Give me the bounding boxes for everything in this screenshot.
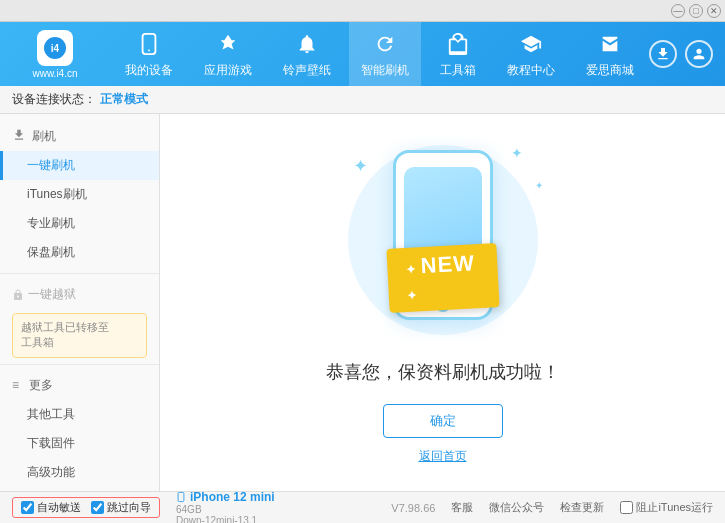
nav-ringtone-label: 铃声壁纸 (283, 62, 331, 79)
more-section-icon: ≡ (12, 378, 19, 392)
jailbreak-notice: 越狱工具已转移至工具箱 (12, 313, 147, 358)
phone-icon (135, 30, 163, 58)
itunes-checkbox[interactable] (620, 501, 633, 514)
svg-text:i4: i4 (51, 43, 60, 54)
skip-wizard-checkbox-label[interactable]: 跳过向导 (91, 500, 151, 515)
sidebar-divider-1 (0, 273, 159, 274)
sidebar-item-pro-flash[interactable]: 专业刷机 (0, 209, 159, 238)
nav-toolbox[interactable]: 工具箱 (428, 22, 488, 86)
auto-send-label: 自动敏送 (37, 500, 81, 515)
customer-service-link[interactable]: 客服 (451, 500, 473, 515)
maximize-button[interactable]: □ (689, 4, 703, 18)
sidebar-divider-2 (0, 364, 159, 365)
close-button[interactable]: ✕ (707, 4, 721, 18)
sidebar-item-itunes-flash[interactable]: iTunes刷机 (0, 180, 159, 209)
sidebar-section-more: ≡ 更多 (0, 371, 159, 400)
back-to-home-link[interactable]: 返回首页 (419, 448, 467, 465)
new-badge: NEW (386, 243, 499, 313)
check-update-link[interactable]: 检查更新 (560, 500, 604, 515)
logo-subtitle: www.i4.cn (32, 68, 77, 79)
device-icon (176, 490, 186, 504)
sidebar-item-save-flash[interactable]: 保盘刷机 (0, 238, 159, 267)
logo-area: i4 www.i4.cn (0, 22, 110, 86)
nav-tutorial-label: 教程中心 (507, 62, 555, 79)
minimize-button[interactable]: — (671, 4, 685, 18)
status-label: 设备连接状态： (12, 91, 96, 108)
auto-send-checkbox-label[interactable]: 自动敏送 (21, 500, 81, 515)
user-button[interactable] (685, 40, 713, 68)
sidebar-item-other-tools[interactable]: 其他工具 (0, 400, 159, 429)
sidebar-item-download-firmware[interactable]: 下载固件 (0, 429, 159, 458)
tools-icon (444, 30, 472, 58)
nav-my-device[interactable]: 我的设备 (113, 22, 185, 86)
device-version: Down-12mini-13,1 (176, 515, 375, 524)
bottom-bar: 自动敏送 跳过向导 iPhone 12 mini 64GB Down-12min… (0, 491, 725, 523)
sidebar-item-one-key-flash[interactable]: 一键刷机 (0, 151, 159, 180)
device-name: iPhone 12 mini (190, 490, 275, 504)
success-illustration: ✦ ✦ ✦ NEW (333, 140, 553, 340)
nav-apps-games[interactable]: 应用游戏 (192, 22, 264, 86)
nav-ringtone[interactable]: 铃声壁纸 (271, 22, 343, 86)
status-bar: 设备连接状态： 正常模式 (0, 86, 725, 114)
nav-my-device-label: 我的设备 (125, 62, 173, 79)
wechat-public-link[interactable]: 微信公众号 (489, 500, 544, 515)
nav-bar: 我的设备 应用游戏 铃声壁纸 智能刷机 工具箱 (110, 22, 649, 86)
flash-section-icon (12, 128, 26, 145)
logo-icon: i4 (37, 30, 73, 66)
status-value: 正常模式 (100, 91, 148, 108)
refresh-icon (371, 30, 399, 58)
nav-store[interactable]: 爱思商城 (574, 22, 646, 86)
skip-wizard-checkbox[interactable] (91, 501, 104, 514)
nav-smart-flash-label: 智能刷机 (361, 62, 409, 79)
sidebar: 刷机 一键刷机 iTunes刷机 专业刷机 保盘刷机 一键越狱 越狱工具已转移至… (0, 114, 160, 491)
confirm-button[interactable]: 确定 (383, 404, 503, 438)
graduation-icon (517, 30, 545, 58)
illustration-inner: ✦ ✦ ✦ NEW (333, 140, 553, 340)
nav-apps-label: 应用游戏 (204, 62, 252, 79)
nav-tutorial[interactable]: 教程中心 (495, 22, 567, 86)
version-text: V7.98.66 (391, 502, 435, 514)
itunes-label: 阻止iTunes运行 (636, 500, 713, 515)
download-button[interactable] (649, 40, 677, 68)
nav-store-label: 爱思商城 (586, 62, 634, 79)
svg-point-3 (148, 49, 150, 51)
device-info-area: iPhone 12 mini 64GB Down-12mini-13,1 (176, 490, 375, 524)
content-area: ✦ ✦ ✦ NEW 恭喜您，保资料刷机成功啦！ 确定 返回首页 (160, 114, 725, 491)
sparkle-icon-2: ✦ (511, 145, 523, 161)
skip-wizard-label: 跳过向导 (107, 500, 151, 515)
sparkle-icon-1: ✦ (353, 155, 368, 177)
device-storage: 64GB (176, 504, 375, 515)
auto-send-checkbox[interactable] (21, 501, 34, 514)
bottom-right-area: V7.98.66 客服 微信公众号 检查更新 (391, 500, 604, 515)
header: i4 www.i4.cn 我的设备 应用游戏 铃声壁纸 (0, 22, 725, 86)
apps-icon (214, 30, 242, 58)
nav-toolbox-label: 工具箱 (440, 62, 476, 79)
sidebar-locked-jailbreak: 一键越狱 (0, 280, 159, 309)
svg-rect-4 (178, 492, 184, 501)
store-icon (596, 30, 624, 58)
itunes-notice: 阻止iTunes运行 (620, 500, 713, 515)
main-layout: 刷机 一键刷机 iTunes刷机 专业刷机 保盘刷机 一键越狱 越狱工具已转移至… (0, 114, 725, 491)
nav-smart-flash[interactable]: 智能刷机 (349, 22, 421, 86)
bottom-checkboxes: 自动敏送 跳过向导 (12, 497, 160, 518)
sidebar-item-advanced[interactable]: 高级功能 (0, 458, 159, 487)
sparkle-icon-3: ✦ (535, 180, 543, 191)
bell-icon (293, 30, 321, 58)
nav-right-actions (649, 40, 725, 68)
sidebar-section-flash: 刷机 (0, 122, 159, 151)
title-bar: — □ ✕ (0, 0, 725, 22)
success-message: 恭喜您，保资料刷机成功啦！ (326, 360, 560, 384)
